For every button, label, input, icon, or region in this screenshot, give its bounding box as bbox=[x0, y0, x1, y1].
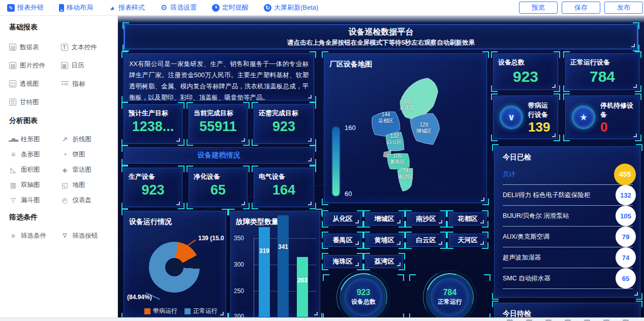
district-button-baiyun[interactable]: 白云区 bbox=[407, 234, 445, 247]
district-button-huadu[interactable]: 花都区 bbox=[449, 212, 486, 226]
resize-handle[interactable] bbox=[355, 241, 359, 245]
toolbar-item-report-link[interactable]: 报表外链 bbox=[7, 3, 44, 12]
list-item[interactable]: AUX/奥克斯空调79 bbox=[503, 227, 633, 247]
sidebar-item-metric[interactable]: 指标 bbox=[61, 75, 113, 93]
kpi-production-devices[interactable]: 生产设备923 bbox=[124, 168, 182, 207]
sidebar-item-filter-condition[interactable]: 筛选条件 bbox=[9, 228, 61, 243]
toolbar-item-screen-refresh[interactable]: 大屏刷新(Beta) bbox=[264, 3, 318, 12]
resize-handle[interactable] bbox=[633, 84, 637, 88]
district-button-huangpu[interactable]: 黄埔区 bbox=[365, 234, 403, 247]
resize-handle[interactable] bbox=[176, 138, 180, 142]
preview-button[interactable]: 预览 bbox=[519, 2, 558, 14]
resize-handle[interactable] bbox=[355, 220, 359, 223]
resize-handle[interactable] bbox=[439, 220, 442, 223]
toolbar-item-scheduled-reminder[interactable]: 定时提醒 bbox=[212, 3, 249, 12]
district-button-tianhe[interactable]: 天河区 bbox=[449, 234, 486, 247]
resize-handle[interactable] bbox=[480, 241, 484, 245]
kpi-electrical-devices[interactable]: 电气设备164 bbox=[254, 168, 314, 207]
stat-stopped-devices[interactable]: ★ 停机待修设备0 bbox=[565, 95, 639, 139]
resize-handle[interactable] bbox=[397, 263, 401, 266]
sidebar-item-gauge[interactable]: 仪表盘 bbox=[61, 192, 113, 208]
stat-total-devices[interactable]: 设备总数923 bbox=[493, 53, 558, 90]
resize-handle[interactable] bbox=[552, 134, 556, 137]
pending-today-list-widget[interactable]: 今日待检 bbox=[494, 303, 640, 317]
sidebar-item-calendar[interactable]: 日历 bbox=[61, 56, 113, 75]
gauge-total-devices-widget[interactable]: 923设备总数 bbox=[325, 277, 402, 317]
resize-handle[interactable] bbox=[220, 312, 224, 315]
resize-handle[interactable] bbox=[241, 202, 245, 205]
district-button-panyu[interactable]: 番禺区 bbox=[324, 234, 361, 247]
resize-handle[interactable] bbox=[308, 138, 312, 142]
sidebar-item-gantt[interactable]: 甘特图 bbox=[9, 93, 61, 111]
dashboard-title-widget[interactable]: 设备巡检数据平台 请点击右上角全屏按钮在全屏模式下等待5秒左右观察自动刷新效果 bbox=[124, 24, 638, 49]
resize-handle[interactable] bbox=[439, 241, 442, 245]
sidebar-item-column-chart[interactable]: 柱形图 bbox=[9, 132, 61, 147]
dashboard-canvas[interactable]: 设备巡检数据平台 请点击右上角全屏按钮在全屏模式下等待5秒左右观察自动刷新效果 … bbox=[118, 16, 644, 317]
resize-handle[interactable] bbox=[308, 158, 312, 162]
sidebar-item-funnel-chart[interactable]: 漏斗图 bbox=[9, 192, 61, 208]
sidebar-item-pivot[interactable]: 透视图 bbox=[9, 75, 61, 93]
sidebar-item-bar-chart[interactable]: 条形图 bbox=[9, 147, 61, 162]
resize-handle[interactable] bbox=[355, 263, 359, 266]
district-button-nansha[interactable]: 南沙区 bbox=[407, 212, 445, 226]
sidebar-item-pie-chart[interactable]: 饼图 bbox=[61, 147, 113, 162]
resize-handle[interactable] bbox=[552, 84, 556, 88]
list-item[interactable]: SMC 自动排水器65 bbox=[503, 268, 633, 289]
resize-handle[interactable] bbox=[481, 198, 484, 201]
kpi-remaining-target[interactable]: 还需完成目标923 bbox=[254, 104, 314, 144]
run-status-donut-chart[interactable] bbox=[149, 242, 200, 293]
legend-item[interactable]: 正常运行 bbox=[185, 307, 218, 315]
resize-handle[interactable] bbox=[397, 241, 401, 245]
resize-handle[interactable] bbox=[308, 202, 312, 205]
district-button-haizhu[interactable]: 海珠区 bbox=[324, 255, 361, 268]
legend-item[interactable]: 带病运行 bbox=[144, 307, 177, 315]
resize-handle[interactable] bbox=[480, 220, 484, 223]
sidebar-item-radar-chart[interactable]: 雷达图 bbox=[61, 162, 113, 177]
archive-status-bar[interactable]: 设备建档情况 bbox=[124, 147, 314, 164]
bar-fault-type-2[interactable] bbox=[278, 215, 289, 317]
resize-handle[interactable] bbox=[176, 202, 180, 205]
sidebar-item-dual-axis[interactable]: 双轴图 bbox=[9, 177, 61, 192]
resize-handle[interactable] bbox=[314, 312, 318, 315]
list-item[interactable]: BIJUR/贝奇尔 润滑泵站105 bbox=[503, 206, 633, 227]
sidebar-item-text-widget[interactable]: 文本控件 bbox=[61, 38, 113, 56]
donut-legend[interactable]: 带病运行 正常运行 bbox=[144, 307, 218, 315]
publish-button[interactable]: 发布 bbox=[604, 2, 643, 14]
sidebar-item-line-chart[interactable]: 折线图 bbox=[61, 132, 113, 147]
resize-handle[interactable] bbox=[308, 95, 312, 99]
stat-normal-running-devices[interactable]: 正常运行设备784 bbox=[565, 53, 639, 90]
checked-today-list-widget[interactable]: 今日已检 共计455 DELI/得力 棕色电子防盗保险柜132 BIJUR/贝奇… bbox=[494, 146, 640, 298]
save-button[interactable]: 保存 bbox=[562, 2, 600, 14]
toolbar-item-report-style[interactable]: 报表样式 bbox=[108, 3, 145, 12]
sidebar-item-filter-button[interactable]: 筛选按钮 bbox=[61, 228, 113, 243]
kpi-label: 电气设备 bbox=[259, 172, 309, 181]
toolbar-item-filter-settings[interactable]: 筛选设置 bbox=[160, 3, 197, 12]
list-item[interactable]: 超声波加湿器74 bbox=[503, 247, 633, 268]
district-button-conghua[interactable]: 从化区 bbox=[324, 212, 361, 226]
kpi-forecast-target[interactable]: 预计生产目标1238... bbox=[124, 104, 182, 144]
sidebar-item-image-widget[interactable]: 图片控件 bbox=[9, 56, 61, 75]
sidebar-item-data-table[interactable]: 数据表 bbox=[9, 38, 61, 56]
list-item-total[interactable]: 共计455 bbox=[503, 164, 633, 185]
bar-fault-type-1[interactable] bbox=[259, 227, 270, 317]
sidebar-item-map[interactable]: 地图 bbox=[61, 177, 113, 192]
bar-fault-type-3[interactable] bbox=[297, 257, 308, 317]
kpi-current-complete[interactable]: 当前完成目标55911 bbox=[189, 104, 248, 144]
sidebar-item-area-chart[interactable]: 面积图 bbox=[9, 162, 61, 177]
factory-map-widget[interactable]: 厂区设备地图 65从化区 144花都区 129增城区 132白云区 105番禺区… bbox=[324, 53, 487, 203]
fault-type-chart-widget[interactable]: 故障类型数量 350 300 250 200 319 341 263 bbox=[230, 211, 320, 317]
kpi-purification-devices[interactable]: 净化设备65 bbox=[189, 168, 248, 207]
resize-handle[interactable] bbox=[631, 44, 635, 47]
company-intro-widget[interactable]: XX有限公司是一家集研发、生产、销售和服务于一体的专业标牌生产厂家。注册资金50… bbox=[124, 53, 314, 101]
resize-handle[interactable] bbox=[241, 138, 245, 142]
stat-faulty-running-devices[interactable]: ∨ 带病运行设备139 bbox=[493, 95, 558, 139]
toolbar-item-mobile-layout[interactable]: 移动布局 bbox=[59, 3, 93, 12]
resize-handle[interactable] bbox=[633, 134, 637, 137]
resize-handle[interactable] bbox=[634, 292, 638, 296]
resize-handle[interactable] bbox=[397, 220, 401, 223]
list-item[interactable]: DELI/得力 棕色电子防盗保险柜132 bbox=[503, 185, 633, 206]
district-button-liwan[interactable]: 荔湾区 bbox=[365, 255, 403, 268]
gauge-normal-running-widget[interactable]: 784正常运行 bbox=[412, 277, 488, 317]
run-status-chart-widget[interactable]: 设备运行情况 139 (15.0 (84.94%) 带病运行 正常运行 bbox=[124, 211, 226, 317]
district-button-zengcheng[interactable]: 增城区 bbox=[365, 212, 403, 226]
